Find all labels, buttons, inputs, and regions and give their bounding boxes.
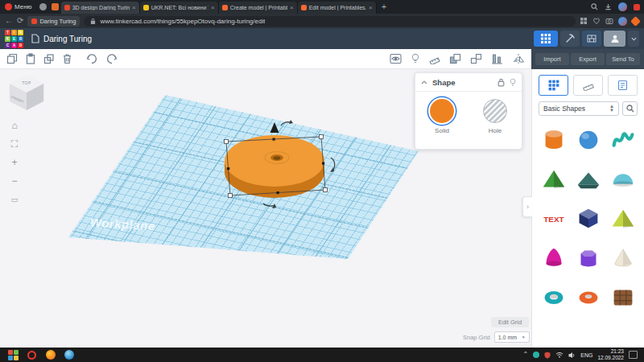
paste-icon[interactable] xyxy=(25,53,36,64)
shape-search-button[interactable] xyxy=(622,101,638,116)
shape-wedge[interactable] xyxy=(608,203,638,235)
reload-icon[interactable]: ⟳ xyxy=(17,17,23,25)
taskbar-clock[interactable]: 21:23 12.09.2022 xyxy=(597,348,624,362)
shape-polygon[interactable] xyxy=(573,242,604,274)
group-icon[interactable] xyxy=(449,53,461,64)
extension-icon[interactable] xyxy=(39,3,47,10)
export-button[interactable]: Export xyxy=(571,53,605,65)
import-button[interactable]: Import xyxy=(535,53,569,65)
solid-swatch-icon[interactable] xyxy=(430,99,454,123)
shape-text[interactable]: TEXT xyxy=(539,203,569,235)
search-icon[interactable] xyxy=(591,3,598,10)
tab-close-icon[interactable]: × xyxy=(211,5,215,11)
new-tab-button[interactable]: + xyxy=(382,2,386,11)
shape-tube[interactable] xyxy=(539,282,569,314)
mirror-icon[interactable] xyxy=(512,53,525,64)
show-all-icon[interactable] xyxy=(390,53,402,64)
ruler-tool-tab[interactable] xyxy=(573,75,603,96)
undo-icon[interactable] xyxy=(86,54,98,64)
copy-icon[interactable] xyxy=(6,53,18,64)
ruler-helper-icon[interactable] xyxy=(429,53,440,64)
lock-toggle-icon[interactable] xyxy=(497,78,505,87)
shape-roof[interactable] xyxy=(573,163,604,195)
shape-box[interactable] xyxy=(573,203,604,235)
sidebar-collapse-handle[interactable]: › xyxy=(522,196,532,217)
snapshot-icon[interactable] xyxy=(605,17,613,25)
view-cube[interactable]: TOP FRONT xyxy=(8,74,45,111)
shape-cone[interactable] xyxy=(608,242,638,274)
duplicate-icon[interactable] xyxy=(43,53,55,64)
apps-grid-button[interactable] xyxy=(534,31,558,47)
zoom-out-icon[interactable]: − xyxy=(8,175,21,187)
visibility-bulb-icon[interactable] xyxy=(510,78,516,87)
bookmark-heart-icon[interactable] xyxy=(592,17,601,25)
tray-expand-icon[interactable]: ⌃ xyxy=(523,352,529,358)
header-more-button[interactable] xyxy=(628,31,639,47)
tab-close-icon[interactable]: × xyxy=(290,5,294,11)
start-button[interactable] xyxy=(8,350,19,360)
bricks-button[interactable] xyxy=(582,31,601,47)
browser-menu-button[interactable]: Меню xyxy=(0,0,37,14)
back-icon[interactable]: ← xyxy=(5,17,13,25)
shape-scribble[interactable] xyxy=(608,124,638,156)
tinkercad-logo[interactable]: TINKERCAD xyxy=(5,30,23,48)
fit-view-icon[interactable]: ⛶ xyxy=(8,138,21,150)
delete-icon[interactable] xyxy=(62,53,72,64)
security-shield-icon[interactable] xyxy=(544,352,551,359)
hole-option[interactable]: Hole xyxy=(483,99,507,134)
start-icon xyxy=(8,350,19,360)
zoom-in-icon[interactable]: + xyxy=(8,156,21,169)
notification-center-icon[interactable] xyxy=(629,351,638,359)
messenger-tray-icon[interactable] xyxy=(533,352,539,358)
chevron-up-icon[interactable] xyxy=(421,80,427,84)
shape-half-sphere[interactable] xyxy=(608,163,638,195)
browser-profile-avatar[interactable] xyxy=(618,2,627,11)
tab-close-icon[interactable]: × xyxy=(369,5,373,11)
design-title[interactable]: Daring Turing xyxy=(43,35,92,43)
pinned-site-icon[interactable] xyxy=(52,3,59,10)
sidebar-toggle-icon[interactable] xyxy=(634,4,640,10)
browser-tab[interactable]: 3D design Daring Turing |× xyxy=(61,2,140,14)
raise-handle-cone[interactable] xyxy=(270,122,279,133)
language-indicator[interactable]: ENG xyxy=(580,352,592,358)
ungroup-icon[interactable] xyxy=(470,53,482,64)
shape-textured-box[interactable] xyxy=(608,282,638,314)
notes-tool-tab[interactable] xyxy=(608,75,638,96)
solid-option[interactable]: Solid xyxy=(430,99,454,134)
taskbar-browser-button[interactable] xyxy=(64,350,74,360)
tab-close-icon[interactable]: × xyxy=(132,5,136,11)
lightbulb-icon[interactable] xyxy=(411,53,420,64)
shape-cylinder[interactable] xyxy=(539,124,569,156)
volume-icon[interactable] xyxy=(568,352,576,359)
snap-grid-select[interactable]: 1.0 mm ▼ xyxy=(494,331,530,343)
taskbar-firefox-button[interactable] xyxy=(45,350,56,360)
profile-button[interactable] xyxy=(604,31,625,47)
browser-tab[interactable]: UKR.NET: Всі новини Укр× xyxy=(140,2,219,14)
extensions-icon[interactable] xyxy=(580,17,588,25)
hole-swatch-icon[interactable] xyxy=(483,99,507,123)
shape-paraboloid[interactable] xyxy=(539,242,569,274)
selected-object-cylinder[interactable] xyxy=(213,114,350,215)
shapes-library-tab[interactable] xyxy=(539,75,568,96)
align-icon[interactable] xyxy=(491,53,503,64)
edit-grid-button[interactable]: Edit Grid xyxy=(491,317,529,327)
shape-torus[interactable] xyxy=(573,282,604,314)
tools-button[interactable] xyxy=(560,31,580,47)
taskbar-opera-button[interactable] xyxy=(27,350,37,360)
browser-tab[interactable]: Create model | Printables.c× xyxy=(219,2,298,14)
browser-tab[interactable]: Edit model | Printables.com× xyxy=(298,2,377,14)
shape-sphere[interactable] xyxy=(573,124,604,156)
url-field[interactable]: www.tinkercad.com/things/55kpepOtovq-dar… xyxy=(84,16,576,27)
home-view-icon[interactable]: ⌂ xyxy=(8,119,21,132)
canvas-3d-viewport[interactable]: Workplane TOP FRONT ⌂ ⛶ + − ▭ xyxy=(0,69,531,348)
wifi-icon[interactable] xyxy=(555,352,564,358)
page-chip[interactable]: Daring Turing xyxy=(27,16,80,27)
send-to-button[interactable]: Send To xyxy=(606,53,640,65)
redo-icon[interactable] xyxy=(105,54,118,64)
category-dropdown[interactable]: Basic Shapes ▲▼ xyxy=(539,101,619,116)
browser-feature-icon[interactable] xyxy=(630,16,641,27)
shape-pyramid[interactable] xyxy=(539,163,569,195)
profile-avatar[interactable] xyxy=(618,17,627,26)
download-icon[interactable] xyxy=(605,3,612,10)
perspective-toggle-icon[interactable]: ▭ xyxy=(8,193,21,206)
